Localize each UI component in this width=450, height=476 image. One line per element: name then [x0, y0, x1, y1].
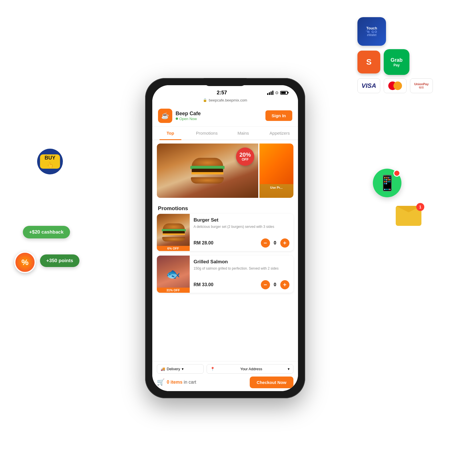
- mastercard-circles: [388, 81, 402, 90]
- grilled-salmon-details: Grilled Salmon 150g of salmon grilled to…: [190, 256, 293, 293]
- unionpay-badge[interactable]: UnionPay 银联: [410, 78, 433, 93]
- payment-row-1: Touch 'N GO eWallet: [357, 17, 433, 46]
- address-selector[interactable]: 📍 Your Address ▾: [207, 364, 293, 374]
- category-tabs: Top Promotions Mains Appetizers: [152, 127, 298, 140]
- delivery-selector[interactable]: 🚚 Delivery ▾: [157, 364, 204, 374]
- cart-items-count: 0 items: [167, 380, 183, 385]
- battery-icon: [280, 91, 288, 95]
- address-text: Your Address: [240, 367, 262, 371]
- status-dot: [176, 117, 178, 120]
- cart-in-cart-text: in cart: [183, 380, 196, 385]
- delivery-truck-icon: 🚚: [161, 367, 165, 371]
- burger-set-increase-button[interactable]: +: [280, 238, 289, 248]
- tab-promotions[interactable]: Promotions: [189, 127, 225, 140]
- grilled-salmon-decrease-button[interactable]: −: [261, 280, 270, 289]
- whatsapp-icon: 📱: [378, 174, 397, 192]
- promotions-section-title: Promotions: [152, 201, 298, 214]
- lock-icon: 🔒: [203, 98, 207, 102]
- grilled-salmon-name: Grilled Salmon: [194, 259, 289, 265]
- burger-set-off-badge: 6% OFF: [157, 246, 190, 251]
- mastercard-badge[interactable]: [384, 78, 407, 93]
- unionpay-text: UnionPay: [414, 82, 429, 86]
- points-badge: +350 points: [40, 254, 79, 267]
- buy-circle: BUY 👆: [37, 149, 63, 174]
- burger-set-details: Burger Set A delicious burger set (2 bur…: [190, 214, 293, 251]
- delivery-label: Delivery: [167, 367, 180, 371]
- grilled-salmon-quantity: 0: [273, 282, 277, 287]
- payment-row-3: VISA UnionPay 银联: [357, 78, 433, 93]
- phone-mockup: 2:57 ⊙: [145, 78, 305, 398]
- status-bar: 2:57 ⊙: [152, 85, 298, 98]
- grilled-salmon-increase-button[interactable]: +: [280, 280, 289, 289]
- url-bar: 🔒 beepcafe.beepmix.com: [152, 98, 298, 105]
- delivery-chevron-icon: ▾: [182, 367, 184, 371]
- burger-set-quantity: 0: [273, 240, 277, 246]
- touch-n-go-text: Touch: [366, 26, 377, 30]
- menu-item-grilled-salmon: 🐟 31% OFF Grilled Salmon 150g of salmon …: [157, 256, 293, 293]
- cafe-details: Beep Cafe Open Now: [176, 111, 201, 121]
- discount-circle: %: [14, 252, 36, 273]
- phone-notch: [204, 78, 247, 86]
- grilled-salmon-desc: 150g of salmon grilled to perfection. Se…: [194, 266, 289, 278]
- delivery-row: 🚚 Delivery ▾ 📍 Your Address ▾: [157, 364, 293, 374]
- visa-text: VISA: [361, 82, 376, 89]
- grilled-salmon-price: RM 33.00: [194, 282, 213, 287]
- buy-button[interactable]: BUY 👆: [37, 149, 63, 174]
- burger-set-qty-controls: − 0 +: [261, 238, 289, 248]
- cafe-name: Beep Cafe: [176, 111, 201, 117]
- cart-summary: 🛒 0 items in cart: [157, 379, 196, 386]
- discount-off: OFF: [242, 158, 249, 162]
- whatsapp-button[interactable]: 📱: [373, 169, 401, 197]
- grab-pay-text: Pay: [393, 63, 399, 67]
- app-header: ☕ Beep Cafe Open Now Sign In: [152, 105, 298, 127]
- checkout-now-button[interactable]: Checkout Now: [250, 377, 293, 388]
- phone-screen: 2:57 ⊙: [152, 85, 298, 391]
- cafe-status: Open Now: [176, 117, 201, 121]
- burger-set-image: 6% OFF: [157, 214, 190, 251]
- hero-side-text: Use Pr...: [259, 184, 293, 191]
- grab-text: Grab: [391, 57, 403, 63]
- grilled-salmon-off-badge: 31% OFF: [157, 288, 190, 293]
- payment-row-2: S Grab Pay: [357, 49, 433, 75]
- menu-item-burger-set: 6% OFF Burger Set A delicious burger set…: [157, 214, 293, 251]
- burger-set-decrease-button[interactable]: −: [261, 238, 270, 248]
- hero-side-image: Use Pr...: [259, 144, 293, 198]
- grilled-salmon-image: 🐟 31% OFF: [157, 256, 190, 293]
- cart-text: 0 items in cart: [167, 380, 196, 385]
- sign-in-button[interactable]: Sign In: [265, 110, 292, 121]
- visa-badge[interactable]: VISA: [357, 78, 380, 93]
- unionpay-sub: 银联: [419, 86, 424, 89]
- shopee-pay-badge[interactable]: S: [357, 51, 380, 73]
- main-content: 20% OFF Use Pr... Promotions: [152, 140, 298, 361]
- buy-hand-icon: 👆: [47, 162, 54, 168]
- burger-set-name: Burger Set: [194, 217, 289, 223]
- bottom-bar: 🚚 Delivery ▾ 📍 Your Address ▾ 🛒: [152, 361, 298, 391]
- cart-icon: 🛒: [157, 379, 165, 386]
- buy-inner: BUY 👆: [40, 154, 60, 169]
- url-text: beepcafe.beepmix.com: [209, 98, 247, 102]
- tab-appetizers[interactable]: Appetizers: [261, 127, 298, 140]
- touch-n-go-badge[interactable]: Touch 'N GO eWallet: [357, 17, 386, 46]
- salmon-emoji: 🐟: [166, 267, 180, 281]
- discount-percent-icon: %: [21, 258, 29, 267]
- whatsapp-notification-dot: [393, 170, 400, 177]
- location-pin-icon: 📍: [210, 367, 215, 371]
- status-icons: ⊙: [267, 90, 288, 95]
- hero-main-image: 20% OFF: [157, 144, 259, 198]
- tab-top[interactable]: Top: [152, 127, 189, 140]
- cafe-logo: ☕: [158, 109, 172, 123]
- discount-percent: 20%: [239, 152, 251, 158]
- buy-text: BUY: [45, 155, 55, 161]
- hero-banner: 20% OFF Use Pr...: [157, 144, 293, 198]
- burger-set-desc: A delicious burger set (2 burgers) serve…: [194, 224, 289, 236]
- tab-mains[interactable]: Mains: [225, 127, 262, 140]
- status-time: 2:57: [217, 90, 227, 96]
- checkout-row: 🛒 0 items in cart Checkout Now: [157, 377, 293, 388]
- email-notification[interactable]: 1: [396, 206, 421, 226]
- status-text: Open Now: [179, 117, 197, 121]
- grilled-salmon-qty-controls: − 0 +: [261, 280, 289, 289]
- grab-pay-badge[interactable]: Grab Pay: [384, 49, 409, 75]
- wifi-icon: ⊙: [275, 90, 279, 95]
- cafe-info: ☕ Beep Cafe Open Now: [158, 109, 201, 123]
- email-badge-count: 1: [416, 203, 424, 211]
